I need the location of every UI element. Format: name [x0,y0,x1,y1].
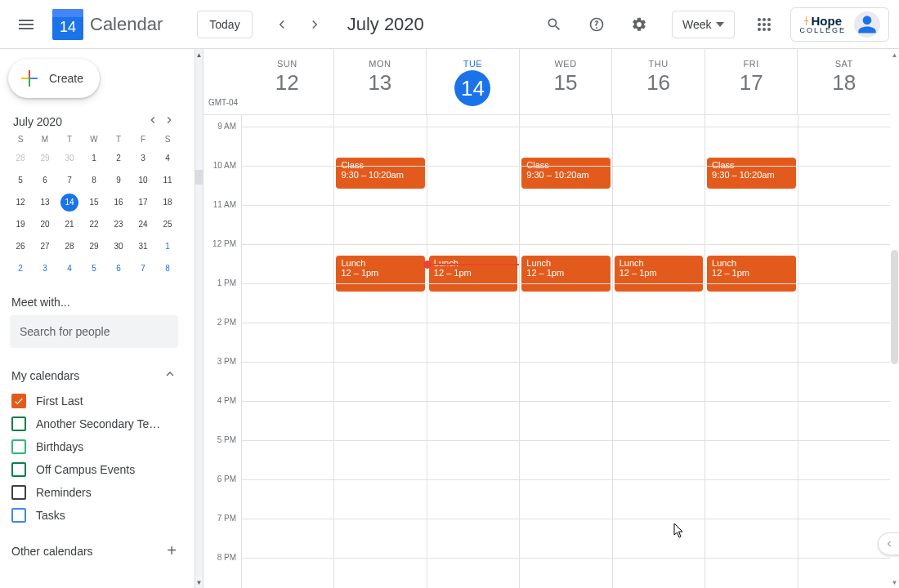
mini-day[interactable]: 21 [57,213,82,235]
mini-day[interactable]: 31 [131,235,155,257]
search-button[interactable] [534,5,574,44]
mini-day[interactable]: 17 [131,191,155,213]
calendar-label: Birthdays [36,440,83,453]
org-logo: ⟊Hope COLLEGE [799,15,846,34]
google-apps-button[interactable] [748,8,780,41]
grid-column[interactable] [241,115,333,588]
mini-day[interactable]: 26 [8,235,33,257]
settings-button[interactable] [619,5,659,44]
mini-day[interactable]: 4 [57,257,82,279]
add-other-calendar[interactable]: + [167,541,177,560]
grid-column[interactable]: Class9:30 – 10:20amLunch12 – 1pm [519,115,611,588]
day-column-header[interactable]: WED15 [519,49,612,114]
mini-day[interactable]: 2 [106,147,131,169]
mini-day[interactable]: 14 [57,191,82,213]
day-number: 18 [798,70,890,96]
calendar-event[interactable]: Lunch12 – 1pm [521,256,610,292]
grid-column[interactable]: Lunch12 – 1pm [427,115,519,588]
calendar-item[interactable]: Tasks [8,504,180,527]
support-button[interactable] [577,5,616,44]
calendar-checkbox[interactable] [11,439,26,454]
mini-day[interactable]: 20 [33,213,57,235]
calendar-checkbox[interactable] [11,416,26,431]
mini-day[interactable]: 23 [106,213,131,235]
mini-day[interactable]: 7 [57,169,82,191]
calendar-event[interactable]: Class9:30 – 10:20am [336,158,424,189]
calendar-event[interactable]: Lunch12 – 1pm [429,256,517,292]
main-menu-button[interactable] [7,5,46,44]
mini-day[interactable]: 27 [33,235,57,257]
mini-next-button[interactable] [163,114,175,128]
mini-day[interactable]: 1 [82,147,106,169]
account-switcher[interactable]: ⟊Hope COLLEGE [790,7,889,42]
calendar-event[interactable]: Class9:30 – 10:20am [707,158,795,189]
mini-day[interactable]: 29 [82,235,106,257]
grid-column[interactable]: Lunch12 – 1pm [612,115,704,588]
side-panel-toggle[interactable] [878,532,899,555]
day-column-header[interactable]: SUN12 [241,49,333,114]
grid-column[interactable]: Class9:30 – 10:20amLunch12 – 1pm [704,115,797,588]
mini-day[interactable]: 9 [106,169,131,191]
day-column-header[interactable]: TUE14 [426,49,519,114]
calendar-event[interactable]: Class9:30 – 10:20am [521,158,610,189]
mini-calendar[interactable]: SMTWTFS 28293012345678910111213141516171… [8,131,180,279]
mini-day[interactable]: 3 [33,257,57,279]
calendar-event[interactable]: Lunch12 – 1pm [707,256,795,292]
mini-day[interactable]: 6 [33,169,57,191]
next-period-button[interactable] [300,10,329,39]
mini-day[interactable]: 4 [155,147,180,169]
mini-day[interactable]: 1 [155,235,180,257]
mini-prev-button[interactable] [147,114,159,128]
calendar-item[interactable]: Birthdays [8,435,180,458]
mini-day[interactable]: 16 [106,191,131,213]
calendar-item[interactable]: Reminders [8,481,180,504]
sidebar-scrollbar[interactable]: ▲ ▼ [195,49,204,588]
mini-day[interactable]: 5 [82,257,106,279]
mini-day[interactable]: 13 [33,191,57,213]
people-search-input[interactable]: Search for people [10,315,178,348]
calendar-event[interactable]: Lunch12 – 1pm [615,256,703,292]
calendar-checkbox[interactable] [11,485,26,500]
mini-day[interactable]: 28 [57,235,82,257]
grid-scrollbar[interactable]: ▲ ▼ [890,49,899,588]
prev-period-button[interactable] [267,10,297,39]
day-column-header[interactable]: THU16 [611,49,704,114]
mini-day[interactable]: 8 [82,169,106,191]
mini-day[interactable]: 7 [131,257,155,279]
mini-day[interactable]: 18 [155,191,180,213]
day-column-header[interactable]: FRI17 [704,49,798,114]
day-column-header[interactable]: SAT18 [797,49,890,114]
calendar-checkbox[interactable] [11,508,26,523]
mini-day[interactable]: 5 [8,169,33,191]
mini-day[interactable]: 30 [106,235,131,257]
mini-day[interactable]: 2 [8,257,33,279]
calendar-checkbox[interactable] [11,394,26,408]
mini-day[interactable]: 12 [8,191,33,213]
mini-day[interactable]: 8 [155,257,180,279]
calendar-item[interactable]: First Last [8,390,180,412]
mini-day[interactable]: 29 [33,147,57,169]
today-button[interactable]: Today [197,11,252,38]
mini-day[interactable]: 24 [131,213,155,235]
calendar-event[interactable]: Lunch12 – 1pm [336,256,424,292]
calendar-item[interactable]: Another Secondary Test ... [8,412,180,435]
mini-day[interactable]: 11 [155,169,180,191]
collapse-my-calendars[interactable] [163,368,177,383]
mini-day[interactable]: 15 [82,191,106,213]
calendar-icon: 14 [52,9,83,40]
create-button[interactable]: Create [8,59,100,98]
grid-column[interactable]: Class9:30 – 10:20amLunch12 – 1pm [333,115,426,588]
day-column-header[interactable]: MON13 [333,49,427,114]
view-selector[interactable]: Week [672,11,736,38]
mini-day[interactable]: 19 [8,213,33,235]
mini-day[interactable]: 22 [82,213,106,235]
mini-day[interactable]: 3 [131,147,155,169]
mini-day[interactable]: 10 [131,169,155,191]
mini-day[interactable]: 6 [106,257,131,279]
grid-column[interactable] [798,115,890,588]
calendar-checkbox[interactable] [11,462,26,477]
mini-day[interactable]: 25 [155,213,180,235]
calendar-item[interactable]: Off Campus Events [8,458,180,481]
mini-day[interactable]: 30 [57,147,82,169]
mini-day[interactable]: 28 [8,147,33,169]
